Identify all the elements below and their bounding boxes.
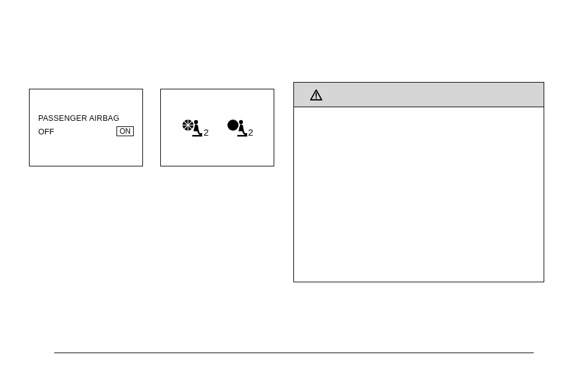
- svg-point-8: [239, 120, 242, 124]
- svg-point-7: [227, 120, 239, 131]
- airbag-on-indicator: ON: [116, 126, 134, 136]
- svg-point-5: [194, 120, 198, 124]
- warning-triangle-icon: [310, 89, 322, 100]
- footer-divider: [54, 353, 534, 353]
- airbag-status-row: OFF ON: [38, 126, 134, 136]
- svg-point-11: [316, 97, 317, 99]
- airbag-off-icon-group: 2: [181, 116, 208, 139]
- caution-box: [293, 82, 544, 282]
- svg-rect-6: [192, 135, 202, 137]
- airbag-on-number: 2: [248, 127, 253, 137]
- svg-rect-9: [237, 135, 247, 137]
- caution-header: [294, 83, 544, 107]
- passenger-airbag-panel: PASSENGER AIRBAG OFF ON: [29, 89, 143, 166]
- airbag-on-icon-group: 2: [226, 116, 253, 139]
- airbag-on-icon: [226, 116, 248, 139]
- airbag-off-number: 2: [203, 127, 208, 137]
- passenger-airbag-title: PASSENGER AIRBAG: [38, 114, 134, 123]
- airbag-icons-panel: 2 2: [160, 89, 274, 166]
- airbag-off-label: OFF: [38, 127, 54, 136]
- airbag-off-icon: [181, 116, 203, 139]
